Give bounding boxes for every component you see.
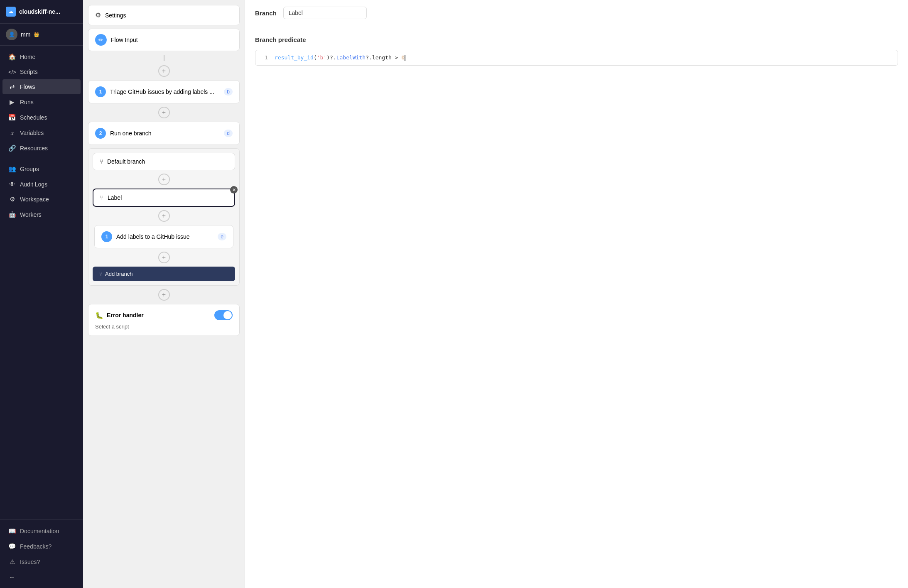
crown-icon: 👑 (34, 32, 39, 37)
sidebar-item-groups[interactable]: 👥 Groups (2, 162, 81, 176)
sidebar-item-label: Runs (20, 99, 34, 105)
branch-predicate-section: Branch predicate 1 result_by_id('b')?.La… (245, 26, 908, 76)
close-branch-button[interactable]: ✕ (230, 186, 238, 194)
flow-input-card[interactable]: ✏ Flow Input (88, 29, 240, 51)
sidebar-brand[interactable]: ☁ cloudskiff-ne... (6, 7, 77, 17)
error-handler-header: 🐛 Error handler (95, 310, 233, 320)
add-step-button-2[interactable]: + (158, 107, 170, 118)
flows-icon: ⇄ (8, 83, 16, 91)
step-2-label: Run one branch (110, 130, 152, 137)
error-handler-toggle[interactable] (214, 310, 233, 320)
sidebar-user[interactable]: 👤 mm 👑 (0, 24, 83, 46)
sidebar-item-label: Schedules (20, 114, 47, 121)
main-content: ⚙ Settings ✏ Flow Input + 1 Triage GitHu… (83, 0, 908, 588)
home-icon: 🏠 (8, 53, 16, 61)
right-panel-header: Branch (245, 0, 908, 26)
step-2-badge: d (224, 130, 233, 137)
sidebar-item-label: Feedbacks? (20, 543, 52, 550)
sidebar-item-label: Issues? (20, 559, 40, 565)
label-step-label: Add labels to a GitHub issue (116, 233, 190, 240)
docs-icon: 📖 (8, 527, 16, 535)
sidebar-item-documentation[interactable]: 📖 Documentation (2, 524, 81, 539)
add-step-button-branch[interactable]: + (158, 174, 170, 185)
sidebar-item-label: Groups (20, 166, 39, 172)
branch-icon-label: ⑂ (100, 194, 103, 201)
label-branch-item[interactable]: ✕ ⑂ Label (93, 189, 235, 207)
variables-icon: 𝑥 (8, 129, 16, 137)
settings-icon: ⚙ (95, 11, 101, 19)
step-1-badge: b (224, 88, 233, 96)
sidebar-item-home[interactable]: 🏠 Home (2, 49, 81, 64)
back-icon: ← (8, 573, 16, 581)
sidebar-item-label: Workers (20, 211, 42, 218)
code-content[interactable]: result_by_id('b')?.LabelWith?.length > 0 (275, 54, 892, 61)
sidebar-item-variables[interactable]: 𝑥 Variables (2, 125, 81, 140)
default-branch-label: Default branch (107, 158, 145, 165)
flow-input-icon: ✏ (95, 34, 107, 46)
resources-icon: 🔗 (8, 145, 16, 152)
code-editor[interactable]: 1 result_by_id('b')?.LabelWith?.length >… (255, 50, 898, 66)
branch-block: ⑂ Default branch + ✕ ⑂ Label + 1 Add lab… (88, 148, 240, 286)
label-step-card[interactable]: 1 Add labels to a GitHub issue e (94, 225, 233, 248)
issues-icon: ⚠ (8, 558, 16, 566)
add-branch-button[interactable]: ⑂ Add branch (93, 267, 235, 281)
sidebar-nav: 🏠 Home </> Scripts ⇄ Flows ▶ Runs 📅 Sche… (0, 46, 83, 519)
sidebar-item-scripts[interactable]: </> Scripts (2, 65, 81, 79)
code-line-1: 1 result_by_id('b')?.LabelWith?.length >… (255, 50, 898, 65)
branch-predicate-title: Branch predicate (255, 36, 898, 43)
add-step-button-1[interactable]: + (158, 65, 170, 77)
feedback-icon: 💬 (8, 543, 16, 550)
workspace-icon: ⚙ (8, 196, 16, 203)
audit-icon: 👁 (8, 181, 16, 188)
sidebar-item-runs[interactable]: ▶ Runs (2, 95, 81, 110)
schedules-icon: 📅 (8, 114, 16, 121)
sidebar-header: ☁ cloudskiff-ne... (0, 0, 83, 24)
sidebar-item-label: Audit Logs (20, 181, 47, 188)
branch-field-label: Branch (255, 10, 277, 17)
right-panel: Branch Branch predicate 1 result_by_id('… (245, 0, 908, 588)
add-branch-label: Add branch (105, 271, 133, 277)
sidebar-item-issues[interactable]: ⚠ Issues? (2, 554, 81, 569)
brand-name: cloudskiff-ne... (19, 8, 60, 15)
sidebar-item-label: Resources (20, 145, 48, 152)
sidebar: ☁ cloudskiff-ne... 👤 mm 👑 🏠 Home </> Scr… (0, 0, 83, 588)
step-2-card[interactable]: 2 Run one branch d (88, 122, 240, 145)
username: mm (21, 31, 30, 38)
sidebar-item-flows[interactable]: ⇄ Flows (2, 79, 81, 94)
sidebar-item-resources[interactable]: 🔗 Resources (2, 141, 81, 156)
back-button[interactable]: ← (2, 570, 81, 584)
branch-name-input[interactable] (283, 7, 367, 19)
line-number: 1 (261, 54, 268, 61)
label-step-badge: e (218, 233, 226, 240)
sidebar-item-label: Home (20, 54, 35, 60)
step-1-card[interactable]: 1 Triage GitHub issues by adding labels … (88, 80, 240, 103)
error-handler-card: 🐛 Error handler Select a script (88, 304, 240, 336)
add-step-button-label-above[interactable]: + (158, 210, 170, 222)
settings-label: Settings (105, 12, 126, 19)
sidebar-item-label: Scripts (20, 69, 38, 75)
step-2-number: 2 (95, 128, 106, 139)
default-branch-item[interactable]: ⑂ Default branch (93, 153, 235, 170)
add-step-button-final[interactable]: + (158, 289, 170, 301)
flow-panel: ⚙ Settings ✏ Flow Input + 1 Triage GitHu… (83, 0, 245, 588)
sidebar-item-schedules[interactable]: 📅 Schedules (2, 110, 81, 125)
connector (88, 54, 240, 62)
brand-icon: ☁ (6, 7, 16, 17)
avatar: 👤 (6, 29, 17, 40)
add-step-button-label-below[interactable]: + (158, 252, 170, 263)
sidebar-footer: 📖 Documentation 💬 Feedbacks? ⚠ Issues? ← (0, 519, 83, 588)
sidebar-item-label: Documentation (20, 528, 59, 534)
sidebar-item-audit-logs[interactable]: 👁 Audit Logs (2, 177, 81, 191)
sidebar-item-workspace[interactable]: ⚙ Workspace (2, 192, 81, 207)
sidebar-item-feedbacks[interactable]: 💬 Feedbacks? (2, 539, 81, 554)
branch-btn-icon: ⑂ (99, 271, 103, 277)
branch-icon-default: ⑂ (100, 158, 103, 165)
error-handler-label: Error handler (107, 312, 144, 318)
sidebar-item-workers[interactable]: 🤖 Workers (2, 207, 81, 222)
workers-icon: 🤖 (8, 211, 16, 218)
sidebar-item-label: Variables (20, 130, 44, 136)
label-step-number: 1 (101, 231, 112, 242)
error-script-label[interactable]: Select a script (95, 323, 233, 330)
settings-card[interactable]: ⚙ Settings (88, 5, 240, 25)
label-branch-label: Label (108, 194, 122, 201)
